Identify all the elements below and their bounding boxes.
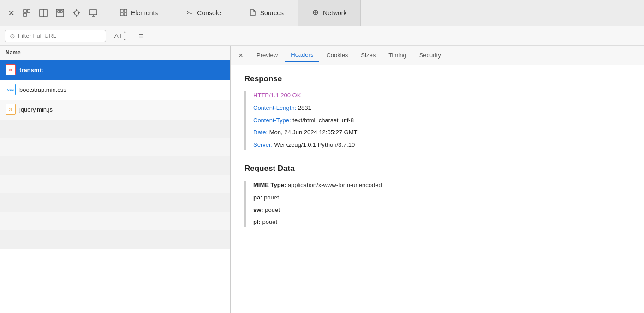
file-item-transmit[interactable]: <> transmit	[0, 60, 230, 80]
response-block: HTTP/1.1 200 OK Content-Length: 2831 Con…	[244, 91, 630, 150]
empty-row	[0, 120, 230, 138]
file-name-bootstrap: bootstrap.min.css	[19, 86, 66, 93]
file-item-jquery[interactable]: JS jquery.min.js	[0, 100, 230, 120]
split-vertical-icon[interactable]	[54, 7, 66, 19]
empty-row	[0, 156, 230, 175]
sub-tab-security[interactable]: Security	[414, 49, 447, 61]
pl-key: pl:	[253, 218, 261, 225]
filter-type-button[interactable]: All ⌃⌄	[111, 29, 130, 43]
sub-tab-cookies[interactable]: Cookies	[321, 49, 353, 61]
svg-rect-16	[120, 9, 123, 12]
svg-rect-6	[58, 11, 60, 12]
filter-options-button[interactable]: ≡	[135, 30, 146, 42]
file-list-panel: Name <> transmit CSS bootstrap.min.css J…	[0, 46, 231, 313]
http-status: HTTP/1.1 200 OK	[253, 92, 301, 99]
file-name-jquery: jquery.min.js	[19, 106, 53, 113]
server-key: Server:	[253, 141, 273, 148]
sw-value: pouet	[265, 206, 280, 213]
response-content: Response HTTP/1.1 200 OK Content-Length:…	[231, 65, 644, 239]
sub-tab-headers[interactable]: Headers	[285, 48, 319, 62]
svg-rect-17	[124, 9, 127, 12]
sw-key: sw:	[253, 206, 263, 213]
filter-input-wrap: ⊙	[5, 30, 106, 42]
filter-circle-icon: ⊙	[10, 32, 15, 40]
date-value: Mon, 24 Jun 2024 12:05:27 GMT	[269, 129, 358, 136]
elements-icon	[120, 9, 127, 18]
svg-rect-2	[24, 13, 26, 16]
top-toolbar: ✕	[0, 0, 644, 26]
css-file-icon: CSS	[6, 84, 16, 95]
svg-rect-5	[56, 9, 64, 17]
close-button[interactable]: ✕	[6, 7, 16, 19]
response-server: Server: Werkzeug/1.0.1 Python/3.7.10	[253, 140, 630, 150]
content-type-value: text/html; charset=utf-8	[292, 117, 354, 124]
svg-rect-1	[27, 10, 30, 12]
sub-tab-timing[interactable]: Timing	[383, 49, 412, 61]
pl-line: pl: pouet	[253, 217, 630, 227]
svg-rect-18	[120, 13, 123, 16]
empty-row	[0, 175, 230, 193]
request-data-section-title: Request Data	[244, 164, 630, 173]
request-data-block: MIME Type: application/x-www-form-urlenc…	[244, 181, 630, 227]
date-key: Date:	[253, 129, 268, 136]
content-length-key: Content-Length:	[253, 104, 296, 111]
split-horizontal-icon[interactable]	[37, 7, 49, 19]
file-list-header: Name	[0, 46, 230, 60]
mime-type-value: application/x-www-form-urlencoded	[288, 181, 382, 188]
response-content-type: Content-Type: text/html; charset=utf-8	[253, 116, 630, 126]
filter-type-label: All	[114, 32, 121, 39]
filter-input[interactable]	[18, 32, 96, 39]
details-panel: ✕ Preview Headers Cookies Sizes Timing S…	[231, 46, 644, 313]
sub-tabs: ✕ Preview Headers Cookies Sizes Timing S…	[231, 46, 644, 65]
sw-line: sw: pouet	[253, 205, 630, 215]
inspect-element-icon[interactable]	[21, 7, 33, 19]
empty-row	[0, 193, 230, 212]
empty-row	[0, 138, 230, 156]
js-file-icon: JS	[6, 104, 16, 115]
main-content: Name <> transmit CSS bootstrap.min.css J…	[0, 46, 644, 313]
sources-icon	[249, 9, 256, 18]
svg-rect-19	[124, 13, 127, 16]
sub-tab-preview[interactable]: Preview	[251, 49, 283, 61]
elements-tab-label: Elements	[131, 9, 158, 17]
monitor-icon[interactable]	[87, 7, 99, 19]
crosshair-icon[interactable]	[71, 7, 83, 19]
file-name-transmit: transmit	[19, 66, 43, 73]
html-file-icon: <>	[6, 64, 16, 75]
sub-tab-sizes[interactable]: Sizes	[355, 49, 381, 61]
content-type-key: Content-Type:	[253, 117, 291, 124]
server-value: Werkzeug/1.0.1 Python/3.7.10	[274, 141, 355, 148]
response-date: Date: Mon, 24 Jun 2024 12:05:27 GMT	[253, 128, 630, 138]
response-section-title: Response	[244, 74, 630, 84]
network-icon	[312, 9, 319, 18]
pa-key: pa:	[253, 194, 262, 201]
sources-tab-label: Sources	[260, 9, 284, 17]
pa-value: pouet	[264, 194, 279, 201]
console-tab-label: Console	[197, 9, 221, 17]
file-item-bootstrap[interactable]: CSS bootstrap.min.css	[0, 80, 230, 100]
network-tab-label: Network	[323, 9, 346, 17]
response-content-length: Content-Length: 2831	[253, 103, 630, 113]
pl-value: pouet	[262, 218, 278, 225]
svg-rect-13	[89, 10, 97, 15]
toolbar-icons: ✕	[0, 0, 106, 26]
filter-options-icon: ≡	[138, 32, 143, 40]
svg-rect-7	[60, 11, 62, 12]
svg-rect-0	[24, 10, 26, 12]
empty-row	[0, 230, 230, 249]
console-icon	[186, 9, 193, 18]
tab-sources[interactable]: Sources	[235, 0, 298, 26]
tab-console[interactable]: Console	[172, 0, 235, 26]
mime-type-line: MIME Type: application/x-www-form-urlenc…	[253, 181, 630, 190]
svg-point-8	[74, 11, 79, 15]
main-tab-group: Elements Console Sources	[106, 0, 644, 26]
pa-line: pa: pouet	[253, 193, 630, 203]
sub-tabs-close-button[interactable]: ✕	[234, 50, 247, 61]
tab-network[interactable]: Network	[298, 0, 361, 26]
response-status-line: HTTP/1.1 200 OK	[253, 91, 630, 101]
tab-elements[interactable]: Elements	[106, 0, 172, 26]
filter-bar: ⊙ All ⌃⌄ ≡	[0, 26, 644, 46]
mime-type-key: MIME Type:	[253, 181, 286, 188]
chevron-icon: ⌃⌄	[123, 31, 126, 41]
content-length-value: 2831	[298, 104, 311, 111]
